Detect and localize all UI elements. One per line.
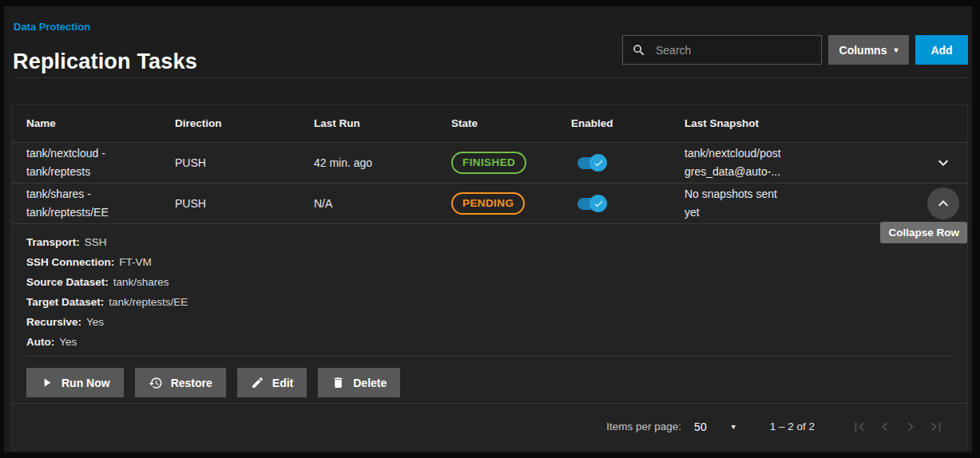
- table-header-row: Name Direction Last Run State Enabled La…: [12, 105, 967, 143]
- detail-label: Source Dataset:: [26, 276, 109, 288]
- column-header-name[interactable]: Name: [12, 117, 161, 129]
- toolbar: Columns ▾ Add: [622, 35, 968, 65]
- detail-label: Target Dataset:: [26, 296, 104, 308]
- chevron-down-icon: [934, 153, 953, 172]
- detail-value: SSH: [85, 236, 107, 248]
- replication-tasks-page: Data Protection Replication Tasks Column…: [4, 6, 972, 452]
- detail-recursive: Recursive:Yes: [26, 316, 953, 329]
- previous-page-button[interactable]: [875, 417, 895, 436]
- column-header-direction[interactable]: Direction: [161, 117, 300, 129]
- column-header-last-snapshot[interactable]: Last Snapshot: [670, 117, 922, 129]
- detail-ssh-connection: SSH Connection:FT-VM: [26, 256, 953, 269]
- chevron-right-icon: [902, 418, 919, 436]
- check-icon: [593, 158, 604, 168]
- collapse-row-tooltip: Collapse Row: [880, 222, 967, 243]
- detail-label: Recursive:: [26, 316, 81, 328]
- cell-last-snapshot: tank/nextcloud/postgres_data@auto-...: [670, 144, 922, 181]
- play-icon: [40, 376, 54, 389]
- detail-value: Yes: [86, 316, 104, 328]
- cell-last-run: 42 min. ago: [300, 156, 437, 169]
- search-icon: [632, 43, 646, 57]
- columns-button-label: Columns: [839, 44, 887, 57]
- pencil-icon: [251, 376, 264, 389]
- toggle-thumb: [589, 195, 607, 212]
- detail-label: Transport:: [26, 236, 80, 248]
- last-snapshot-text: No snapshots sent yet: [684, 185, 782, 222]
- trash-icon: [331, 376, 345, 389]
- detail-label: Auto:: [26, 336, 54, 348]
- page-range-label: 1 – 2 of 2: [770, 420, 815, 432]
- detail-auto: Auto:Yes: [26, 336, 953, 349]
- detail-source-dataset: Source Dataset:tank/shares: [26, 276, 953, 289]
- first-page-button[interactable]: [850, 417, 869, 436]
- detail-target-dataset: Target Dataset:tank/reptests/EE: [26, 296, 953, 309]
- page-size-value: 50: [694, 420, 707, 433]
- columns-button[interactable]: Columns ▾: [828, 35, 909, 65]
- toggle-thumb: [589, 154, 607, 172]
- delete-label: Delete: [353, 377, 387, 389]
- column-header-last-run[interactable]: Last Run: [300, 117, 437, 129]
- last-page-button[interactable]: [926, 417, 946, 436]
- state-badge[interactable]: PENDING: [451, 192, 525, 215]
- next-page-button[interactable]: [901, 417, 920, 436]
- header-divider: [13, 77, 967, 78]
- cell-direction: PUSH: [161, 197, 300, 210]
- column-header-state[interactable]: State: [437, 117, 557, 129]
- delete-button[interactable]: Delete: [318, 368, 400, 397]
- restore-button[interactable]: Restore: [135, 368, 226, 397]
- detail-value: Yes: [59, 336, 77, 348]
- enabled-toggle[interactable]: [577, 154, 607, 172]
- run-now-label: Run Now: [61, 377, 110, 389]
- edit-button[interactable]: Edit: [237, 368, 307, 397]
- first-page-icon: [851, 418, 868, 436]
- replication-table: Name Direction Last Run State Enabled La…: [11, 104, 968, 450]
- chevron-left-icon: [876, 418, 894, 436]
- detail-label: SSH Connection:: [26, 256, 114, 268]
- cell-last-run: N/A: [300, 197, 437, 210]
- paginator: Items per page: 50 ▾ 1 – 2 of 2: [12, 403, 967, 449]
- pager-buttons: [850, 417, 946, 436]
- chevron-down-icon: ▾: [732, 423, 736, 431]
- cell-name: tank/nextcloud - tank/reptests: [12, 144, 146, 181]
- chevron-down-icon: ▾: [894, 46, 898, 54]
- run-now-button[interactable]: Run Now: [26, 368, 124, 397]
- detail-transport: Transport:SSH: [26, 236, 953, 249]
- breadcrumb[interactable]: Data Protection: [14, 21, 90, 33]
- detail-value: tank/shares: [113, 276, 169, 288]
- last-snapshot-text: tank/nextcloud/postgres_data@auto-...: [684, 144, 782, 181]
- search-box[interactable]: [622, 35, 822, 65]
- state-badge[interactable]: FINISHED: [451, 152, 526, 174]
- cell-last-snapshot: No snapshots sent yet: [670, 185, 922, 222]
- collapse-row-button[interactable]: [927, 188, 959, 219]
- table-row[interactable]: tank/nextcloud - tank/reptests PUSH 42 m…: [12, 143, 967, 184]
- restore-icon: [149, 376, 163, 390]
- page-size-select[interactable]: 50 ▾: [694, 420, 736, 433]
- add-button[interactable]: Add: [915, 35, 968, 65]
- cell-direction: PUSH: [161, 156, 300, 169]
- column-header-enabled[interactable]: Enabled: [557, 117, 670, 129]
- cell-name: tank/shares - tank/reptests/EE: [12, 185, 146, 222]
- search-input[interactable]: [654, 43, 812, 57]
- row-details-panel: Transport:SSH SSH Connection:FT-VM Sourc…: [12, 224, 967, 349]
- detail-value: FT-VM: [119, 256, 152, 268]
- table-row[interactable]: tank/shares - tank/reptests/EE PUSH N/A …: [12, 184, 967, 224]
- expand-row-button[interactable]: [927, 147, 959, 179]
- enabled-toggle[interactable]: [577, 195, 607, 212]
- items-per-page-label: Items per page:: [606, 420, 681, 432]
- page-title: Replication Tasks: [13, 49, 197, 74]
- last-page-icon: [927, 418, 945, 436]
- chevron-up-icon: [934, 194, 953, 213]
- restore-label: Restore: [171, 377, 212, 389]
- detail-value: tank/reptests/EE: [109, 296, 188, 308]
- check-icon: [593, 199, 604, 209]
- edit-label: Edit: [272, 377, 293, 389]
